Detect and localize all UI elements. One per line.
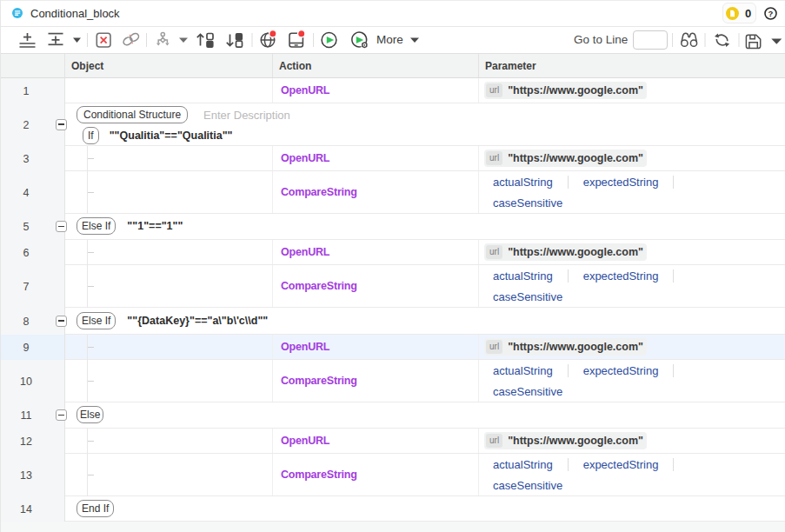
svg-text:?: ? (768, 9, 774, 18)
